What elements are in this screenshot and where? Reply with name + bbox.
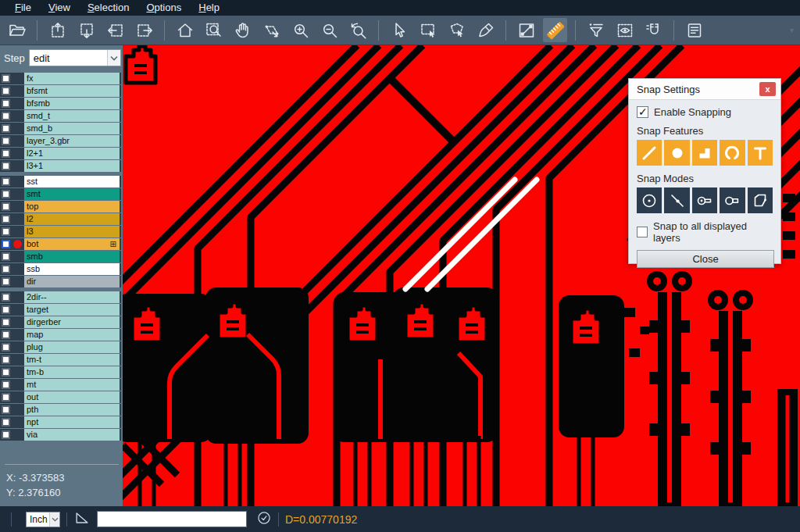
zoom-to-area-button[interactable]	[202, 18, 226, 42]
pan-view-down-button[interactable]	[74, 18, 98, 42]
layer-name[interactable]: tm-b	[24, 366, 121, 378]
snap-magnet-button[interactable]	[641, 18, 666, 42]
layer-row-ssb[interactable]: ssb	[0, 263, 121, 275]
measure-distance-button[interactable]	[514, 18, 538, 42]
layer-row-l3+1[interactable]: l3+1	[0, 160, 121, 172]
layer-visibility-checkbox[interactable]	[2, 74, 10, 83]
layer-row-bot[interactable]: bot⊞	[0, 238, 121, 250]
zoom-in-button[interactable]	[288, 18, 312, 42]
layer-name[interactable]: dirgerber	[24, 316, 121, 328]
layer-name[interactable]: dir	[24, 276, 121, 287]
layer-visibility-checkbox[interactable]	[2, 405, 10, 414]
layer-name[interactable]: smb	[24, 251, 121, 262]
units-combo[interactable]: Inch	[26, 512, 60, 527]
layer-name[interactable]: smd_t	[24, 110, 121, 122]
layer-visibility-checkbox[interactable]	[2, 177, 10, 186]
layer-name[interactable]: bfsmt	[24, 85, 121, 97]
layer-visibility-checkbox[interactable]	[2, 380, 10, 389]
close-icon[interactable]: x	[759, 82, 776, 96]
pan-hand-button[interactable]	[230, 18, 255, 42]
rect-select-button[interactable]	[416, 18, 440, 42]
layer-visibility-checkbox[interactable]	[2, 240, 10, 248]
apply-check-icon[interactable]	[256, 510, 272, 529]
enable-snapping-checkbox[interactable]	[637, 106, 648, 118]
layer-name[interactable]: npt	[24, 416, 121, 428]
snap-mode-slot-round-button[interactable]	[720, 187, 745, 213]
layer-row-l3[interactable]: l3	[0, 226, 121, 237]
layer-name[interactable]: map	[24, 329, 121, 341]
layer-visibility-checkbox[interactable]	[2, 215, 10, 223]
chevron-down-icon[interactable]	[107, 50, 120, 66]
layer-visibility-checkbox[interactable]	[2, 190, 10, 198]
layer-visibility-checkbox[interactable]	[2, 368, 10, 377]
layer-row-tm-b[interactable]: tm-b	[0, 366, 121, 378]
layer-row-mt[interactable]: mt	[0, 379, 121, 391]
layer-name[interactable]: pth	[24, 404, 121, 416]
layer-name[interactable]: l2	[24, 213, 121, 225]
filter-button[interactable]	[584, 18, 608, 42]
layer-visibility-checkbox[interactable]	[2, 162, 10, 170]
layer-visibility-checkbox[interactable]	[2, 330, 10, 339]
open-file-button[interactable]	[5, 18, 29, 42]
layer-visibility-checkbox[interactable]	[2, 112, 10, 120]
snap-mode-corner-button[interactable]	[748, 187, 773, 213]
all-layers-row[interactable]: Snap to all displayed layers	[637, 220, 773, 244]
layer-visibility-checkbox[interactable]	[2, 355, 10, 364]
layer-visibility-checkbox[interactable]	[2, 124, 10, 133]
menu-help[interactable]: Help	[190, 0, 228, 16]
layer-row-target[interactable]: target	[0, 304, 121, 316]
pan-view-left-button[interactable]	[103, 18, 127, 42]
layer-row-l2+1[interactable]: l2+1	[0, 148, 121, 159]
layer-row-sst[interactable]: sst	[0, 176, 121, 187]
layer-name[interactable]: fx	[24, 73, 121, 84]
layer-visibility-checkbox[interactable]	[2, 137, 10, 145]
all-layers-checkbox[interactable]	[637, 227, 648, 237]
layer-name[interactable]: smt	[24, 188, 121, 200]
layer-name[interactable]: top	[24, 201, 121, 212]
layer-visibility-checkbox[interactable]	[2, 343, 10, 352]
home-view-button[interactable]	[173, 18, 197, 42]
close-button[interactable]: Close	[637, 250, 774, 268]
layer-row-out[interactable]: out	[0, 391, 121, 403]
layer-name[interactable]: smd_b	[24, 123, 121, 134]
layer-name[interactable]: 2dir--	[24, 291, 121, 303]
layer-visibility-checkbox[interactable]	[2, 305, 10, 314]
select-arrow-button[interactable]	[387, 18, 411, 42]
snap-mode-slot-key-button[interactable]	[692, 187, 717, 213]
menu-selection[interactable]: Selection	[79, 0, 138, 16]
snap-feature-text-button[interactable]	[748, 140, 773, 166]
layer-name[interactable]: layer_3.gbr	[24, 135, 121, 147]
layer-visibility-checkbox[interactable]	[2, 265, 10, 273]
layer-name[interactable]: via	[24, 429, 121, 441]
layer-name[interactable]: l2+1	[24, 148, 121, 159]
menu-view[interactable]: View	[40, 0, 79, 16]
layer-row-smd_b[interactable]: smd_b	[0, 123, 121, 134]
layer-visibility-checkbox[interactable]	[2, 227, 10, 236]
layer-row-npt[interactable]: npt	[0, 416, 121, 428]
layer-name[interactable]: l3+1	[24, 160, 121, 172]
layer-row-dirgerber[interactable]: dirgerber	[0, 316, 121, 328]
layer-visibility-checkbox[interactable]	[2, 87, 10, 95]
measure-input[interactable]	[97, 511, 247, 527]
layer-name[interactable]: mt	[24, 379, 121, 391]
layer-row-bfsmb[interactable]: bfsmb	[0, 98, 121, 109]
layer-row-smb[interactable]: smb	[0, 251, 121, 262]
layer-row-pth[interactable]: pth	[0, 404, 121, 416]
layer-visibility-checkbox[interactable]	[2, 293, 10, 302]
menu-options[interactable]: Options	[138, 0, 190, 16]
layer-name[interactable]: l3	[24, 226, 121, 237]
snap-feature-line-button[interactable]	[637, 140, 662, 166]
menu-file[interactable]: File	[6, 0, 40, 16]
snap-feature-pad-button[interactable]	[664, 140, 689, 166]
layer-name[interactable]: bot⊞	[24, 238, 121, 250]
layer-visibility-checkbox[interactable]	[2, 277, 10, 286]
layer-visibility-checkbox[interactable]	[2, 430, 10, 439]
layer-row-bfsmt[interactable]: bfsmt	[0, 85, 121, 97]
layer-row-dir[interactable]: dir	[0, 276, 121, 287]
layer-row-map[interactable]: map	[0, 329, 121, 341]
enable-snapping-row[interactable]: Enable Snapping	[637, 106, 773, 118]
layer-name[interactable]: sst	[24, 176, 121, 187]
layer-row-2dir--[interactable]: 2dir--	[0, 291, 121, 303]
step-combo[interactable]: edit	[29, 49, 121, 66]
ruler-button[interactable]	[543, 18, 567, 42]
